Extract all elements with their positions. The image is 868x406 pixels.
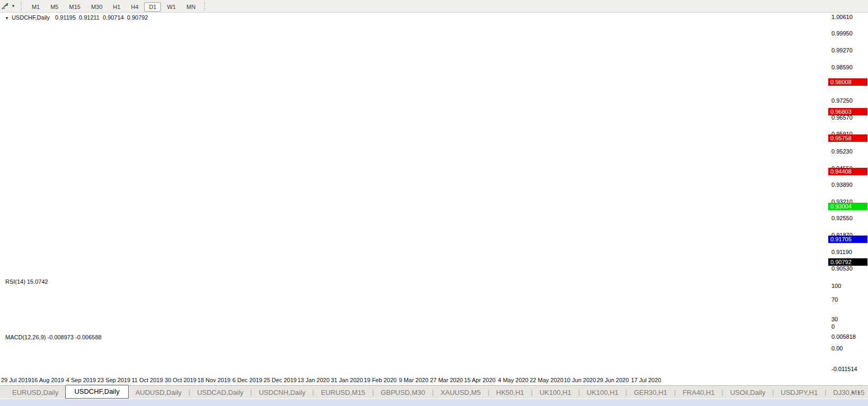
toolbar-grip xyxy=(204,2,207,11)
timeframe-button-m30[interactable]: M30 xyxy=(86,2,107,12)
level-price-label: 0.95758 xyxy=(828,134,867,142)
timeframe-button-d1[interactable]: D1 xyxy=(144,2,161,12)
price-tick-label: 0.92550 xyxy=(831,215,853,222)
tab-eurusd-m15[interactable]: EURUSD,M15 xyxy=(314,387,372,399)
ohlc-high: 0.91211 xyxy=(79,14,100,21)
chart-cursor-icon[interactable] xyxy=(1,2,11,11)
tab-audusd-daily[interactable]: AUDUSD,Daily xyxy=(129,387,189,399)
level-price-label: 0.90792 xyxy=(828,258,867,266)
macd-tick-label: -0.011514 xyxy=(831,366,857,373)
tab-usdcnh-daily[interactable]: USDCNH,Daily xyxy=(252,387,312,399)
timeframe-toolbar: ▼ M1M5M15M30H1H4D1W1MN xyxy=(0,0,868,13)
rsi-tick-label: 30 xyxy=(831,316,838,323)
level-price-label: 0.94408 xyxy=(828,168,867,175)
rsi-indicator-label: RSI(14) 15.0742 xyxy=(5,278,48,285)
tab-xauusd-m5[interactable]: XAUUSD,M5 xyxy=(434,387,488,399)
price-tick-label: 1.00610 xyxy=(831,14,853,21)
level-price-label: 0.98008 xyxy=(828,78,867,86)
tab-gbpusd-m30[interactable]: GBPUSD,M30 xyxy=(374,387,432,399)
price-tick-label: 0.93890 xyxy=(831,182,853,188)
rsi-tick-label: 100 xyxy=(831,283,841,290)
price-tick-label: 0.98590 xyxy=(831,64,853,71)
caret-down-icon[interactable]: ▼ xyxy=(11,4,15,8)
tab-usoil-daily[interactable]: USOil,Daily xyxy=(723,387,772,399)
price-tick-label: 0.95230 xyxy=(831,148,853,155)
chart-window xyxy=(0,13,868,385)
tab-eurusd-daily[interactable]: EURUSD,Daily xyxy=(5,387,65,399)
tab-usdcad-daily[interactable]: USDCAD,Daily xyxy=(190,387,250,399)
price-tick-label: 0.91190 xyxy=(831,249,852,256)
toolbar-grip xyxy=(21,2,23,11)
timeframe-button-m1[interactable]: M1 xyxy=(27,2,44,12)
date-label: 17 Jul 2020 xyxy=(625,377,667,383)
timeframe-button-mn[interactable]: MN xyxy=(182,2,200,12)
ohlc-close: 0.90792 xyxy=(127,14,148,21)
ohlc-low: 0.90714 xyxy=(103,14,124,21)
timeframe-buttons: M1M5M15M30H1H4D1W1MN xyxy=(26,2,201,11)
status-bar xyxy=(0,399,868,406)
tab-hk50-h1[interactable]: HK50,H1 xyxy=(489,387,531,399)
ohlc-open: 0.91195 xyxy=(55,14,76,21)
rsi-tick-label: 70 xyxy=(831,296,838,303)
level-price-label: 0.96803 xyxy=(828,108,867,115)
timeframe-button-m15[interactable]: M15 xyxy=(64,2,85,12)
macd-tick-label: 0.005818 xyxy=(831,333,856,340)
tab-scroll-left-icon[interactable]: ◂ xyxy=(851,389,858,395)
tab-uk100-h1[interactable]: UK100,H1 xyxy=(533,387,578,399)
timeframe-button-h1[interactable]: H1 xyxy=(108,2,125,12)
chart-tab-bar: EURUSD,DailyUSDCHF,DailyAUDUSD,Daily|USD… xyxy=(0,385,868,399)
price-tick-label: 0.99270 xyxy=(831,47,853,54)
rsi-tick-label: 0 xyxy=(831,323,835,330)
macd-tick-label: 0.00 xyxy=(831,345,843,352)
price-tick-label: 0.90530 xyxy=(831,265,853,272)
tab-uk100-h1[interactable]: UK100,H1 xyxy=(580,387,625,399)
macd-indicator-label: MACD(12,26,9) -0.008973 -0.006588 xyxy=(5,334,102,340)
tab-usdchf-daily[interactable]: USDCHF,Daily xyxy=(65,385,128,399)
window-menu-icon[interactable]: ▼ xyxy=(5,16,9,21)
tab-fra40-h1[interactable]: FRA40,H1 xyxy=(676,387,722,399)
price-tick-label: 0.97250 xyxy=(831,97,853,104)
timeframe-button-w1[interactable]: W1 xyxy=(162,2,181,12)
trading-terminal: { "toolbar": { "tool_icon": "chart-curso… xyxy=(0,0,868,406)
timeframe-button-h4[interactable]: H4 xyxy=(126,2,143,12)
tab-scroll-arrows: ◂▸ xyxy=(851,389,865,395)
tab-ger30-h1[interactable]: GER30,H1 xyxy=(627,387,674,399)
level-price-label: 0.93004 xyxy=(828,203,867,210)
chart-title: ▼USDCHF,Daily0.911950.912110.907140.9079… xyxy=(5,14,151,21)
level-price-label: 0.91705 xyxy=(828,236,867,243)
chart-symbol: USDCHF,Daily xyxy=(12,14,50,21)
price-tick-label: 0.99950 xyxy=(831,30,853,37)
tab-usdjpy-h1[interactable]: USDJPY,H1 xyxy=(774,387,825,399)
tab-scroll-right-icon[interactable]: ▸ xyxy=(858,389,865,395)
timeframe-button-m5[interactable]: M5 xyxy=(46,2,63,12)
